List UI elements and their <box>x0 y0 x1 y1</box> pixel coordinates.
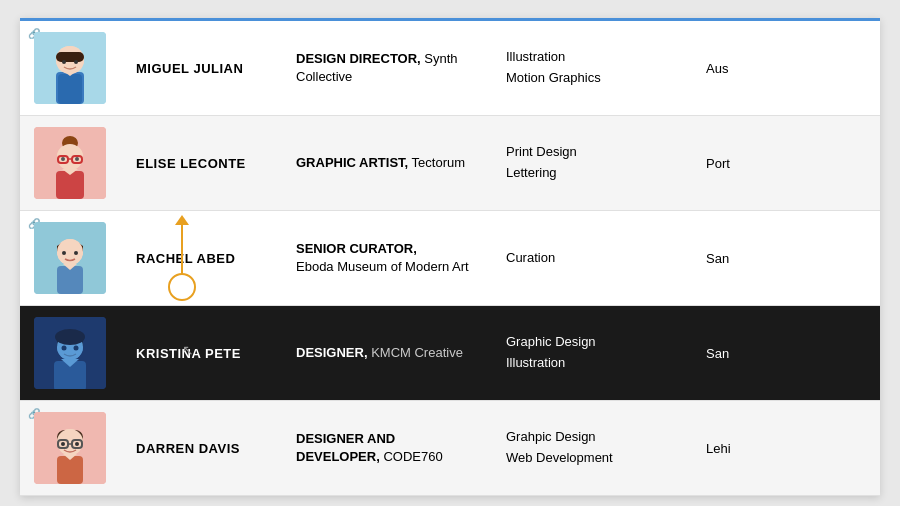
drag-arrow-up <box>175 215 189 225</box>
avatar-cell <box>20 119 120 207</box>
svg-point-6 <box>74 60 78 64</box>
svg-point-5 <box>62 60 66 64</box>
drag-circle <box>168 273 196 301</box>
table-row[interactable]: 🔗 MIGUEL JULIAN DESIGN DIR <box>20 21 880 116</box>
member-name: DARREN DAVIS <box>120 429 280 468</box>
svg-rect-17 <box>56 171 84 199</box>
svg-point-30 <box>55 329 85 345</box>
svg-point-22 <box>74 251 78 255</box>
avatar-cell: 🔗 <box>20 214 120 302</box>
member-location: Lehi <box>690 429 880 468</box>
member-skills: Graphic DesignIllustration <box>490 320 690 386</box>
avatar <box>34 32 106 104</box>
svg-rect-4 <box>56 52 84 62</box>
svg-rect-40 <box>57 456 83 484</box>
member-role: DESIGNER AND DEVELOPER, CODE760 <box>280 418 490 478</box>
table-row[interactable]: 🔗 DA <box>20 401 880 496</box>
svg-rect-7 <box>58 74 82 104</box>
member-name: RACHEL ABED <box>120 239 280 278</box>
svg-point-38 <box>61 442 65 446</box>
role-title: SENIOR CURATOR, <box>296 241 417 256</box>
table-row[interactable]: → ↖ KRISTINA PETE <box>20 306 880 401</box>
table-row[interactable]: ELISE LeCONTE GRAPHIC ARTIST, Tectorum P… <box>20 116 880 211</box>
member-location: Aus <box>690 49 880 88</box>
role-title: DESIGNER AND DEVELOPER, <box>296 431 395 464</box>
member-location: San <box>690 239 880 278</box>
role-title: DESIGNER, <box>296 345 371 360</box>
member-name: ELISE LeCONTE <box>120 144 280 183</box>
member-skills: Print DesignLettering <box>490 130 690 196</box>
role-org: Eboda Museum of Modern Art <box>296 259 469 274</box>
svg-rect-23 <box>57 266 83 294</box>
member-skills: Grahpic DesignWeb Development <box>490 415 690 481</box>
role-title: DESIGN DIRECTOR, <box>296 51 421 66</box>
member-location: Port <box>690 144 880 183</box>
svg-point-28 <box>74 346 79 351</box>
drag-line <box>181 225 183 275</box>
member-role: GRAPHIC ARTIST, Tectorum <box>280 142 490 184</box>
avatar <box>34 127 106 199</box>
svg-point-34 <box>57 429 83 455</box>
member-role: SENIOR CURATOR, Eboda Museum of Modern A… <box>280 228 490 288</box>
avatar-cell: 🔗 <box>20 24 120 112</box>
svg-point-15 <box>61 157 65 161</box>
cursor-icon: ↖ <box>182 342 194 358</box>
member-skills: IllustrationMotion Graphics <box>490 35 690 101</box>
member-name: MIGUEL JULIAN <box>120 49 280 88</box>
avatar <box>34 317 106 389</box>
svg-point-39 <box>75 442 79 446</box>
avatar <box>34 412 106 484</box>
member-role: DESIGNER, KMCM Creative <box>280 332 490 374</box>
avatar <box>34 222 106 294</box>
avatar-cell: 🔗 <box>20 404 120 492</box>
member-name: KRISTINA PETE <box>120 334 280 373</box>
avatar-cell <box>20 309 120 397</box>
role-org: CODE760 <box>383 449 442 464</box>
member-role: DESIGN DIRECTOR, Synth Collective <box>280 38 490 98</box>
table-row[interactable]: 🔗 RACHEL ABED <box>20 211 880 306</box>
svg-point-21 <box>62 251 66 255</box>
role-title: GRAPHIC ARTIST, <box>296 155 408 170</box>
members-table: 🔗 MIGUEL JULIAN DESIGN DIR <box>20 18 880 496</box>
role-org: KMCM Creative <box>371 345 463 360</box>
drag-indicator <box>168 215 196 301</box>
svg-point-27 <box>62 346 67 351</box>
member-location: San <box>690 334 880 373</box>
member-skills: Curation <box>490 236 690 281</box>
role-org: Tectorum <box>412 155 465 170</box>
svg-point-16 <box>75 157 79 161</box>
